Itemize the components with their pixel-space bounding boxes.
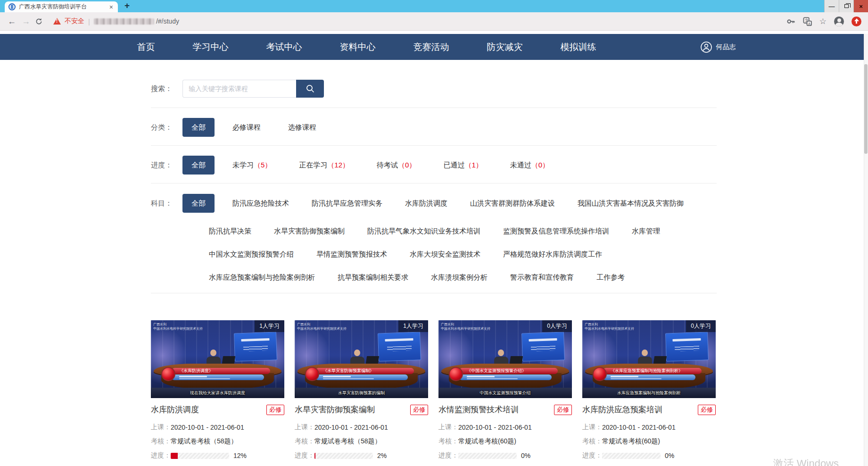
subject-tag[interactable]: 水库溃坝案例分析 xyxy=(431,273,488,282)
subject-tag[interactable]: 防汛应急抢险技术 xyxy=(232,199,289,208)
user-name: 何品志 xyxy=(716,43,736,51)
window-close-button[interactable]: × xyxy=(853,0,868,12)
redacted-host xyxy=(94,18,154,25)
studio-logo xyxy=(305,367,319,381)
progress-all-button[interactable]: 全部 xyxy=(182,156,215,175)
divider xyxy=(151,293,717,293)
browser-update-icon[interactable] xyxy=(851,17,861,26)
subject-tag[interactable]: 山洪灾害群测群防体系建设 xyxy=(470,199,555,208)
studio-screen xyxy=(378,332,421,361)
category-option-elective[interactable]: 选修课程 xyxy=(288,123,316,132)
learner-count-badge: 0人学习 xyxy=(542,320,572,332)
video-subtitle: 中国水文监测预报预警介绍 xyxy=(438,390,572,396)
subject-tag[interactable]: 我国山洪灾害基本情况及灾害防御 xyxy=(578,199,684,208)
tab-close-icon[interactable]: × xyxy=(108,3,114,11)
security-warning-label[interactable]: 不安全 xyxy=(65,17,84,25)
subject-tag[interactable]: 抗旱预案编制相关要求 xyxy=(338,273,408,282)
subject-tag[interactable]: 水库应急预案编制与抢险案例剖析 xyxy=(209,273,315,282)
scrollbar-thumb[interactable] xyxy=(864,64,868,154)
course-thumbnail[interactable]: 广西水利中国水利水电科学研究院技术支持 《水旱灾害防御预案编制》 水旱灾害防御预… xyxy=(295,320,428,398)
progress-option-await-exam[interactable]: 待考试（0） xyxy=(377,161,416,170)
subject-tag[interactable]: 监测预警及信息管理系统操作培训 xyxy=(503,227,609,236)
nav-item-materials-center[interactable]: 资料中心 xyxy=(340,41,376,53)
nav-item-simulation[interactable]: 模拟训练 xyxy=(561,41,596,53)
learner-count-badge: 1人学习 xyxy=(398,320,428,332)
window-minimize-button[interactable]: — xyxy=(824,0,839,12)
video-watermark: 广西水利中国水利水电科学研究院技术支持 xyxy=(297,322,347,331)
course-thumbnail[interactable]: 广西水利中国水利水电科学研究院技术支持 《水库应急预案编制与抢险案例剖析》 水库… xyxy=(582,320,716,398)
required-badge: 必修 xyxy=(410,405,428,415)
course-title[interactable]: 水库防洪应急预案培训 xyxy=(582,404,662,415)
subject-tag[interactable]: 严格规范做好水库防洪调度工作 xyxy=(503,250,602,259)
progress-option-failed[interactable]: 未通过（0） xyxy=(510,161,549,170)
site-navbar: 首页 学习中心 考试中心 资料中心 竞赛活动 防灾减灾 模拟训练 何品志 xyxy=(0,34,868,60)
subject-tag[interactable]: 警示教育和宣传教育 xyxy=(510,273,574,282)
window-restore-button[interactable] xyxy=(839,0,853,12)
course-thumbnail[interactable]: 广西水利中国水利水电科学研究院技术支持 《中国水文监测预报预警介绍》 中国水文监… xyxy=(438,320,572,398)
subject-tag[interactable]: 水库管理 xyxy=(632,227,660,236)
subject-tag[interactable]: 防汛抗旱决策 xyxy=(209,227,251,236)
course-thumbnail[interactable]: 广西水利中国水利水电科学研究院技术支持 《水库防洪调度》 现在我给大家讲水库防洪… xyxy=(151,320,284,398)
search-button[interactable] xyxy=(296,80,324,98)
tab-title: 广西水旱灾害防御培训平台 xyxy=(19,3,105,11)
nav-item-competition[interactable]: 竞赛活动 xyxy=(413,41,449,53)
progress-row-label: 进度： xyxy=(582,451,602,460)
nav-item-disaster-reduction[interactable]: 防灾减灾 xyxy=(487,41,523,53)
subject-tag[interactable]: 中国水文监测预报预警介绍 xyxy=(209,250,294,259)
required-badge: 必修 xyxy=(698,405,716,415)
studio-screen xyxy=(665,332,709,361)
subject-tag[interactable]: 防汛抗旱应急管理实务 xyxy=(312,199,382,208)
studio-screen xyxy=(234,332,277,361)
exam-label: 考核： xyxy=(582,437,602,446)
security-warning-icon[interactable] xyxy=(53,18,61,25)
search-input[interactable] xyxy=(182,80,296,98)
lower-third-title: 《水旱灾害防御预案编制》 xyxy=(315,368,414,374)
course-title[interactable]: 水情监测预警技术培训 xyxy=(438,404,519,415)
course-card: 广西水利中国水利水电科学研究院技术支持 《水库防洪调度》 现在我给大家讲水库防洪… xyxy=(151,320,284,460)
omnibox[interactable]: 不安全 | /#/study xyxy=(53,17,786,25)
user-menu[interactable]: 何品志 xyxy=(700,41,736,53)
course-title[interactable]: 水旱灾害防御预案编制 xyxy=(295,404,375,415)
presenter xyxy=(638,350,652,365)
back-button[interactable]: ← xyxy=(5,17,19,26)
course-title[interactable]: 水库防洪调度 xyxy=(151,404,199,415)
subject-tag[interactable]: 水旱灾害防御预案编制 xyxy=(274,227,345,236)
password-key-icon[interactable] xyxy=(786,17,795,26)
studio-logo xyxy=(161,367,175,381)
progress-option-passed[interactable]: 已通过（1） xyxy=(443,161,482,170)
bookmark-star-icon[interactable]: ☆ xyxy=(819,17,827,26)
page-scrollbar[interactable] xyxy=(864,34,868,466)
user-icon xyxy=(700,41,712,53)
course-card: 广西水利中国水利水电科学研究院技术支持 《中国水文监测预报预警介绍》 中国水文监… xyxy=(438,320,572,460)
required-badge: 必修 xyxy=(266,405,284,415)
subject-tag[interactable]: 旱情监测预警预报技术 xyxy=(316,250,387,259)
nav-item-exam-center[interactable]: 考试中心 xyxy=(266,41,302,53)
reload-icon[interactable] xyxy=(35,17,43,25)
class-time-value: 2020-10-01 - 2021-06-01 xyxy=(314,424,388,431)
course-card: 广西水利中国水利水电科学研究院技术支持 《水旱灾害防御预案编制》 水旱灾害防御预… xyxy=(295,320,428,460)
new-tab-button[interactable]: + xyxy=(124,0,130,11)
profile-avatar-icon[interactable] xyxy=(834,17,844,26)
translate-icon[interactable]: 文 A xyxy=(803,17,812,26)
progress-option-not-started[interactable]: 未学习（5） xyxy=(232,161,272,170)
progress-percent: 12% xyxy=(233,452,247,459)
page: 首页 学习中心 考试中心 资料中心 竞赛活动 防灾减灾 模拟训练 何品志 搜索： xyxy=(0,34,868,466)
subject-all-button[interactable]: 全部 xyxy=(182,194,215,213)
subject-tag[interactable]: 工作参考 xyxy=(596,273,625,282)
lower-third-title: 《水库防洪调度》 xyxy=(172,368,270,374)
class-time-label: 上课： xyxy=(582,423,602,432)
nav-item-study-center[interactable]: 学习中心 xyxy=(193,41,229,53)
subject-tag[interactable]: 水库防洪调度 xyxy=(405,199,447,208)
lower-third-speaker xyxy=(459,374,552,380)
required-badge: 必修 xyxy=(554,405,572,415)
subject-tag[interactable]: 防汛抗旱气象水文知识业务技术培训 xyxy=(367,227,480,236)
category-all-button[interactable]: 全部 xyxy=(182,118,215,137)
search-icon xyxy=(306,84,315,93)
browser-tab[interactable]: 广西水旱灾害防御培训平台 × xyxy=(5,1,118,12)
category-option-required[interactable]: 必修课程 xyxy=(232,123,261,132)
exam-label: 考核： xyxy=(438,437,458,446)
progress-option-in-progress[interactable]: 正在学习（12） xyxy=(299,161,349,170)
lower-third-title: 《中国水文监测预报预警介绍》 xyxy=(459,368,558,374)
nav-item-home[interactable]: 首页 xyxy=(137,41,155,53)
subject-tag[interactable]: 水库大坝安全监测技术 xyxy=(410,250,480,259)
